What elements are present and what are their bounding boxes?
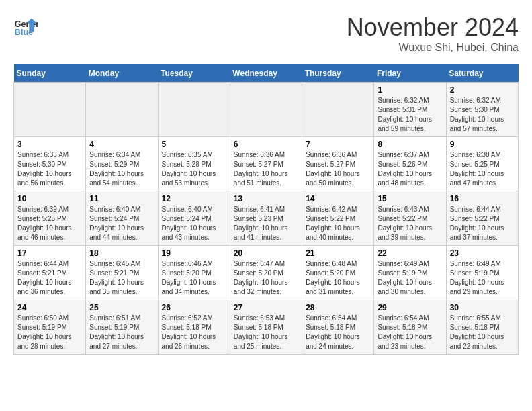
day-info: Sunrise: 6:41 AM Sunset: 5:23 PM Dayligh…: [234, 205, 298, 242]
day-info: Sunrise: 6:49 AM Sunset: 5:19 PM Dayligh…: [378, 259, 442, 297]
day-info: Sunrise: 6:49 AM Sunset: 5:19 PM Dayligh…: [450, 259, 515, 297]
weekday-header-tuesday: Tuesday: [158, 64, 230, 83]
day-cell: 19Sunrise: 6:46 AM Sunset: 5:20 PM Dayli…: [158, 246, 230, 300]
day-info: Sunrise: 6:52 AM Sunset: 5:18 PM Dayligh…: [162, 314, 226, 351]
day-cell: 26Sunrise: 6:52 AM Sunset: 5:18 PM Dayli…: [158, 300, 230, 355]
day-cell: 11Sunrise: 6:40 AM Sunset: 5:24 PM Dayli…: [86, 191, 158, 246]
day-cell: 14Sunrise: 6:42 AM Sunset: 5:22 PM Dayli…: [302, 191, 374, 246]
day-cell: [230, 83, 302, 137]
day-cell: 7Sunrise: 6:36 AM Sunset: 5:27 PM Daylig…: [302, 137, 374, 191]
day-number: 26: [162, 303, 226, 312]
week-row-2: 3Sunrise: 6:33 AM Sunset: 5:30 PM Daylig…: [14, 137, 519, 191]
day-info: Sunrise: 6:37 AM Sunset: 5:26 PM Dayligh…: [378, 150, 442, 188]
day-number: 20: [234, 248, 298, 258]
day-cell: [158, 83, 230, 137]
weekday-header-friday: Friday: [374, 64, 446, 83]
day-cell: 4Sunrise: 6:34 AM Sunset: 5:29 PM Daylig…: [86, 137, 158, 191]
day-number: 6: [234, 140, 298, 149]
week-row-1: 1Sunrise: 6:32 AM Sunset: 5:31 PM Daylig…: [14, 83, 519, 137]
day-info: Sunrise: 6:43 AM Sunset: 5:22 PM Dayligh…: [378, 205, 442, 242]
day-info: Sunrise: 6:34 AM Sunset: 5:29 PM Dayligh…: [89, 150, 154, 188]
day-cell: 1Sunrise: 6:32 AM Sunset: 5:31 PM Daylig…: [374, 83, 446, 137]
day-cell: 18Sunrise: 6:45 AM Sunset: 5:21 PM Dayli…: [86, 246, 158, 300]
month-title: November 2024: [347, 13, 519, 42]
day-cell: 23Sunrise: 6:49 AM Sunset: 5:19 PM Dayli…: [446, 246, 518, 300]
day-cell: 3Sunrise: 6:33 AM Sunset: 5:30 PM Daylig…: [14, 137, 86, 191]
day-number: 7: [306, 140, 370, 149]
day-number: 28: [306, 303, 370, 312]
day-info: Sunrise: 6:38 AM Sunset: 5:25 PM Dayligh…: [450, 150, 515, 188]
day-cell: 15Sunrise: 6:43 AM Sunset: 5:22 PM Dayli…: [374, 191, 446, 246]
day-number: 1: [378, 85, 442, 95]
day-info: Sunrise: 6:54 AM Sunset: 5:18 PM Dayligh…: [378, 314, 442, 351]
day-cell: 6Sunrise: 6:36 AM Sunset: 5:27 PM Daylig…: [230, 137, 302, 191]
day-cell: 8Sunrise: 6:37 AM Sunset: 5:26 PM Daylig…: [374, 137, 446, 191]
day-info: Sunrise: 6:40 AM Sunset: 5:24 PM Dayligh…: [162, 205, 226, 242]
subtitle: Wuxue Shi, Hubei, China: [347, 42, 519, 54]
day-number: 10: [17, 194, 82, 203]
day-number: 16: [450, 194, 515, 203]
day-number: 13: [234, 194, 298, 203]
day-number: 19: [162, 248, 226, 258]
logo: General Blue: [13, 13, 38, 38]
day-info: Sunrise: 6:33 AM Sunset: 5:30 PM Dayligh…: [17, 150, 82, 188]
title-area: November 2024 Wuxue Shi, Hubei, China: [347, 13, 519, 54]
day-cell: 13Sunrise: 6:41 AM Sunset: 5:23 PM Dayli…: [230, 191, 302, 246]
weekday-header-saturday: Saturday: [446, 64, 518, 83]
day-info: Sunrise: 6:44 AM Sunset: 5:21 PM Dayligh…: [17, 259, 82, 297]
day-info: Sunrise: 6:51 AM Sunset: 5:19 PM Dayligh…: [89, 314, 154, 351]
day-cell: 22Sunrise: 6:49 AM Sunset: 5:19 PM Dayli…: [374, 246, 446, 300]
day-info: Sunrise: 6:47 AM Sunset: 5:20 PM Dayligh…: [234, 259, 298, 297]
week-row-5: 24Sunrise: 6:50 AM Sunset: 5:19 PM Dayli…: [14, 300, 519, 355]
day-info: Sunrise: 6:45 AM Sunset: 5:21 PM Dayligh…: [89, 259, 154, 297]
day-number: 5: [162, 140, 226, 149]
logo-icon: General Blue: [13, 13, 38, 38]
day-cell: 2Sunrise: 6:32 AM Sunset: 5:30 PM Daylig…: [446, 83, 518, 137]
weekday-header-sunday: Sunday: [14, 64, 86, 83]
day-number: 17: [17, 248, 82, 258]
day-cell: 16Sunrise: 6:44 AM Sunset: 5:22 PM Dayli…: [446, 191, 518, 246]
day-info: Sunrise: 6:50 AM Sunset: 5:19 PM Dayligh…: [17, 314, 82, 351]
day-number: 2: [450, 85, 515, 95]
day-number: 9: [450, 140, 515, 149]
day-number: 29: [378, 303, 442, 312]
day-info: Sunrise: 6:44 AM Sunset: 5:22 PM Dayligh…: [450, 205, 515, 242]
day-info: Sunrise: 6:55 AM Sunset: 5:18 PM Dayligh…: [450, 314, 515, 351]
day-cell: 17Sunrise: 6:44 AM Sunset: 5:21 PM Dayli…: [14, 246, 86, 300]
day-number: 24: [17, 303, 82, 312]
day-info: Sunrise: 6:42 AM Sunset: 5:22 PM Dayligh…: [306, 205, 370, 242]
day-cell: [86, 83, 158, 137]
day-info: Sunrise: 6:35 AM Sunset: 5:28 PM Dayligh…: [162, 150, 226, 188]
header: General Blue November 2024 Wuxue Shi, Hu…: [13, 13, 519, 54]
day-cell: 10Sunrise: 6:39 AM Sunset: 5:25 PM Dayli…: [14, 191, 86, 246]
day-number: 30: [450, 303, 515, 312]
day-number: 3: [17, 140, 82, 149]
day-info: Sunrise: 6:53 AM Sunset: 5:18 PM Dayligh…: [234, 314, 298, 351]
day-number: 21: [306, 248, 370, 258]
day-info: Sunrise: 6:40 AM Sunset: 5:24 PM Dayligh…: [89, 205, 154, 242]
day-cell: 5Sunrise: 6:35 AM Sunset: 5:28 PM Daylig…: [158, 137, 230, 191]
day-cell: 20Sunrise: 6:47 AM Sunset: 5:20 PM Dayli…: [230, 246, 302, 300]
week-row-4: 17Sunrise: 6:44 AM Sunset: 5:21 PM Dayli…: [14, 246, 519, 300]
day-number: 14: [306, 194, 370, 203]
day-cell: [302, 83, 374, 137]
day-cell: 28Sunrise: 6:54 AM Sunset: 5:18 PM Dayli…: [302, 300, 374, 355]
day-info: Sunrise: 6:48 AM Sunset: 5:20 PM Dayligh…: [306, 259, 370, 297]
day-info: Sunrise: 6:32 AM Sunset: 5:31 PM Dayligh…: [378, 96, 442, 134]
day-cell: 29Sunrise: 6:54 AM Sunset: 5:18 PM Dayli…: [374, 300, 446, 355]
day-info: Sunrise: 6:32 AM Sunset: 5:30 PM Dayligh…: [450, 96, 515, 134]
day-info: Sunrise: 6:54 AM Sunset: 5:18 PM Dayligh…: [306, 314, 370, 351]
day-cell: 25Sunrise: 6:51 AM Sunset: 5:19 PM Dayli…: [86, 300, 158, 355]
day-info: Sunrise: 6:36 AM Sunset: 5:27 PM Dayligh…: [306, 150, 370, 188]
day-cell: 30Sunrise: 6:55 AM Sunset: 5:18 PM Dayli…: [446, 300, 518, 355]
calendar-table: SundayMondayTuesdayWednesdayThursdayFrid…: [13, 64, 519, 355]
weekday-header-row: SundayMondayTuesdayWednesdayThursdayFrid…: [14, 64, 519, 83]
day-cell: 9Sunrise: 6:38 AM Sunset: 5:25 PM Daylig…: [446, 137, 518, 191]
day-number: 27: [234, 303, 298, 312]
day-number: 15: [378, 194, 442, 203]
day-number: 18: [89, 248, 154, 258]
day-info: Sunrise: 6:46 AM Sunset: 5:20 PM Dayligh…: [162, 259, 226, 297]
day-number: 12: [162, 194, 226, 203]
day-cell: [14, 83, 86, 137]
weekday-header-monday: Monday: [86, 64, 158, 83]
